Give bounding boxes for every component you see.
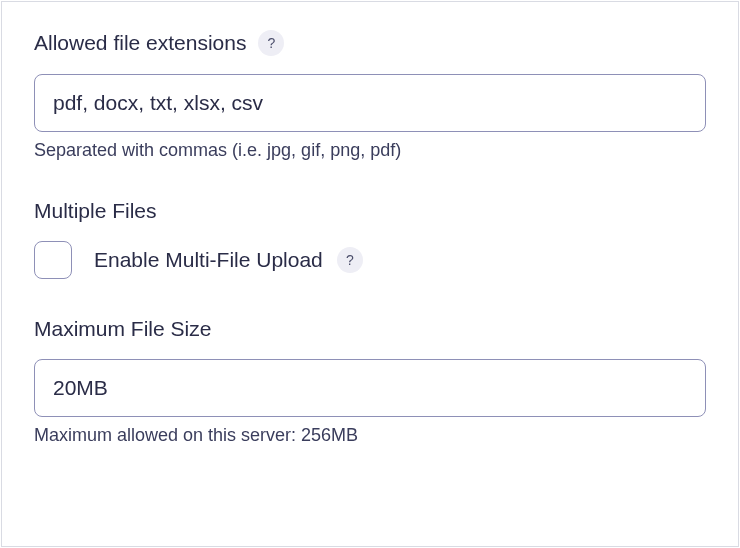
multiple-files-group: Multiple Files Enable Multi-File Upload …: [34, 199, 706, 279]
max-file-size-group: Maximum File Size Maximum allowed on thi…: [34, 317, 706, 446]
allowed-extensions-helper: Separated with commas (i.e. jpg, gif, pn…: [34, 140, 706, 161]
max-file-size-helper: Maximum allowed on this server: 256MB: [34, 425, 706, 446]
allowed-extensions-label-row: Allowed file extensions ?: [34, 30, 706, 56]
max-file-size-input[interactable]: [34, 359, 706, 417]
multi-file-checkbox[interactable]: [34, 241, 72, 279]
multi-file-checkbox-row: Enable Multi-File Upload ?: [34, 241, 706, 279]
max-file-size-label: Maximum File Size: [34, 317, 211, 341]
help-icon[interactable]: ?: [258, 30, 284, 56]
multi-file-checkbox-label: Enable Multi-File Upload: [94, 248, 323, 272]
multi-file-checkbox-label-row: Enable Multi-File Upload ?: [94, 247, 363, 273]
multiple-files-label: Multiple Files: [34, 199, 157, 223]
allowed-extensions-input[interactable]: [34, 74, 706, 132]
settings-panel: Allowed file extensions ? Separated with…: [1, 1, 739, 547]
allowed-extensions-label: Allowed file extensions: [34, 31, 246, 55]
multiple-files-label-row: Multiple Files: [34, 199, 706, 223]
help-icon[interactable]: ?: [337, 247, 363, 273]
allowed-extensions-group: Allowed file extensions ? Separated with…: [34, 30, 706, 161]
max-file-size-label-row: Maximum File Size: [34, 317, 706, 341]
